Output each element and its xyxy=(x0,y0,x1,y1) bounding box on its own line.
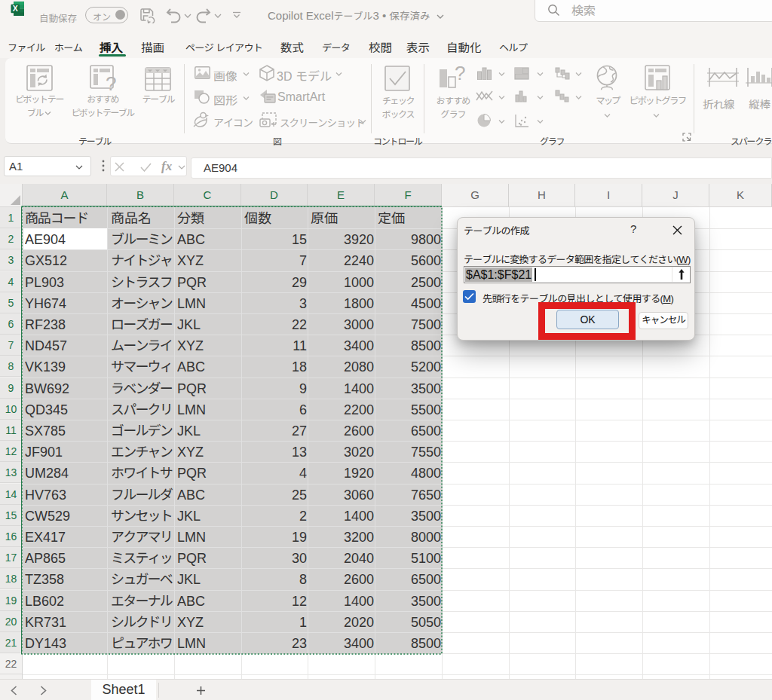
svg-text:?: ? xyxy=(455,65,465,84)
svg-text:?: ? xyxy=(106,72,116,91)
svg-text:X: X xyxy=(13,4,18,13)
